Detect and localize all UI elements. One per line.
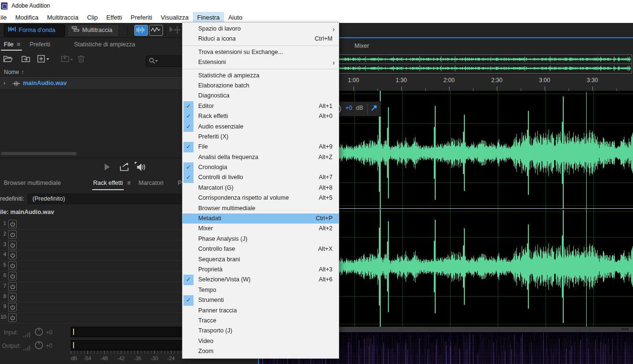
menubar-item-effetti[interactable]: Effetti <box>102 12 127 23</box>
open-file-icon[interactable] <box>3 54 12 65</box>
menu-item-controllo-fase[interactable]: Controllo faseAlt+X <box>182 244 339 254</box>
tab-statistiche[interactable]: Statistiche di ampiezza <box>74 41 135 48</box>
speaker-button[interactable] <box>135 162 146 174</box>
menu-item-estensioni[interactable]: Estensioni› <box>182 57 339 67</box>
menu-item-trova-estensioni-su-exchange-[interactable]: Trova estensioni su Exchange... <box>182 47 339 57</box>
hud-separator <box>367 104 368 114</box>
pin-icon[interactable] <box>370 104 379 114</box>
play-button[interactable] <box>104 163 110 172</box>
tab-mixer[interactable]: Mixer <box>354 43 369 49</box>
horizontal-scrollbar[interactable] <box>1 152 76 155</box>
menu-item-controlli-di-livello[interactable]: ✓Controlli di livelloAlt+7 <box>182 172 339 182</box>
menu-item-analisi-della-frequenza[interactable]: Analisi della frequenzaAlt+Z <box>182 152 339 162</box>
menubar-item-multitraccia[interactable]: Multitraccia <box>43 12 83 23</box>
waveform-mode-button[interactable]: Forma d'onda <box>4 24 65 37</box>
power-toggle[interactable] <box>8 261 17 270</box>
menu-item-marcatori-g-[interactable]: Marcatori (G)Alt+8 <box>182 183 339 193</box>
menubar-item-clip[interactable]: Clip <box>83 12 102 23</box>
power-toggle[interactable] <box>8 241 17 249</box>
slot-number: 5 <box>0 262 6 268</box>
ruler-tick-major <box>592 86 593 91</box>
tab-rack-effetti[interactable]: Rack effetti <box>93 180 123 186</box>
submenu-arrow-icon: › <box>333 57 335 67</box>
import-file-icon[interactable] <box>21 54 31 65</box>
column-header-label: Nome <box>4 69 19 75</box>
menu-item-rack-effetti[interactable]: ✓Rack effettiAlt+0 <box>182 111 339 121</box>
menubar-item-aiuto[interactable]: Aiuto <box>224 12 247 23</box>
power-icon <box>10 251 15 259</box>
multitrack-mode-button[interactable]: Multitraccia <box>67 24 119 37</box>
input-knob[interactable] <box>34 327 43 338</box>
menu-item-mixer[interactable]: MixerAlt+2 <box>182 224 339 234</box>
menu-item-preferiti-x-[interactable]: Preferiti (X) <box>182 132 339 142</box>
menubar-item-finestra[interactable]: Finestra <box>193 12 224 23</box>
menubar-item-modifica[interactable]: Modifica <box>11 12 43 23</box>
menu-separator <box>183 45 338 46</box>
spectral-view-toggle[interactable] <box>149 25 163 36</box>
power-toggle[interactable] <box>8 272 17 280</box>
menubar-item-ile[interactable]: ile <box>0 12 11 23</box>
output-knob[interactable] <box>34 341 43 352</box>
power-toggle[interactable] <box>8 313 17 322</box>
menu-item-corrispondenza-rispetto-al-volume[interactable]: Corrispondenza rispetto al volumeAlt+5 <box>182 193 339 203</box>
export-to-multitrack-button[interactable] <box>119 162 130 173</box>
power-toggle[interactable] <box>8 251 17 259</box>
menubar-item-preferiti[interactable]: Preferiti <box>127 12 157 23</box>
menu-item-spazio-di-lavoro[interactable]: Spazio di lavoro› <box>182 24 339 34</box>
active-tab-underline <box>92 189 124 190</box>
menu-item-shortcut: Alt+0 <box>319 111 333 121</box>
multitrack-mode-icon <box>72 25 79 35</box>
menu-item-audio-essenziale[interactable]: ✓Audio essenziale <box>182 122 339 132</box>
tab-marcatori[interactable]: Marcatori <box>139 180 163 186</box>
menubar-item-visualizza[interactable]: Visualizza <box>156 12 193 23</box>
tab-preferiti[interactable]: Preferiti <box>30 41 50 48</box>
insert-multitrack-icon <box>61 54 74 65</box>
menu-item-zoom[interactable]: Zoom <box>182 346 339 356</box>
expand-chevron-icon[interactable]: › <box>3 79 5 86</box>
waveform-view-toggle[interactable] <box>134 25 148 36</box>
power-icon <box>10 283 15 291</box>
rack-panel-menu-icon[interactable]: ≡ <box>127 180 130 186</box>
check-icon: ✓ <box>183 142 193 152</box>
power-toggle[interactable] <box>8 303 17 311</box>
output-signal-icon <box>23 344 32 353</box>
menu-item-label: Spazio di lavoro <box>198 25 241 32</box>
move-tool-icon[interactable] <box>169 26 181 36</box>
menu-item-strumenti[interactable]: ✓Strumenti <box>182 295 339 305</box>
power-toggle[interactable] <box>8 282 17 291</box>
power-toggle[interactable] <box>8 230 17 239</box>
menu-item-phase-analysis-j-[interactable]: Phase Analysis (J) <box>182 234 339 244</box>
menu-item-shortcut: Alt+3 <box>319 265 333 275</box>
menu-item-video[interactable]: Video <box>182 336 339 346</box>
slot-number: 2 <box>0 231 6 236</box>
panel-menu-icon[interactable]: ≡ <box>17 41 20 48</box>
menu-item-cronologia[interactable]: ✓Cronologia <box>182 162 339 172</box>
hud-gain-value[interactable]: +0 <box>345 105 352 111</box>
menu-item-propriet-[interactable]: ProprietàAlt+3 <box>182 265 339 275</box>
tab-media-browser[interactable]: Browser multimediale <box>4 180 61 186</box>
menu-item-tracce[interactable]: Tracce <box>182 316 339 326</box>
menu-item-diagnostica[interactable]: Diagnostica <box>182 91 339 101</box>
power-icon <box>10 262 15 270</box>
power-toggle[interactable] <box>8 220 17 228</box>
tab-file[interactable]: File ≡ <box>4 41 20 48</box>
power-toggle[interactable] <box>8 293 17 301</box>
menu-item-riduci-a-icona[interactable]: Riduci a iconaCtrl+M <box>182 34 339 44</box>
menu-item-browser-multimediale[interactable]: Browser multimediale <box>182 203 339 214</box>
menu-item-panner-traccia[interactable]: Panner traccia <box>182 306 339 316</box>
menu-item-editor[interactable]: ✓EditorAlt+1 <box>182 101 339 111</box>
ruler-tick-major <box>449 86 450 91</box>
menu-item-metadati[interactable]: MetadatiCtrl+P <box>182 214 339 224</box>
new-item-icon[interactable] <box>37 54 50 65</box>
menu-item-label: Tracce <box>198 317 216 324</box>
menu-item-selezione-vista-w-[interactable]: ✓Selezione/Vista (W)Alt+6 <box>182 275 339 285</box>
slot-number: 8 <box>0 293 6 299</box>
menu-item-elaborazione-batch[interactable]: Elaborazione batch <box>182 81 339 91</box>
menu-item-statistiche-di-ampiezza[interactable]: Statistiche di ampiezza <box>182 71 339 81</box>
menu-item-sequenza-brani[interactable]: Sequenza brani <box>182 255 339 265</box>
menu-item-file[interactable]: ✓FileAlt+9 <box>182 142 339 152</box>
menu-item-label: Controlli di livello <box>198 174 243 181</box>
menu-item-tempo[interactable]: Tempo <box>182 285 339 295</box>
menu-item-shortcut: Alt+6 <box>319 275 333 285</box>
menu-item-trasporto-j-[interactable]: Trasporto (J) <box>182 326 339 336</box>
